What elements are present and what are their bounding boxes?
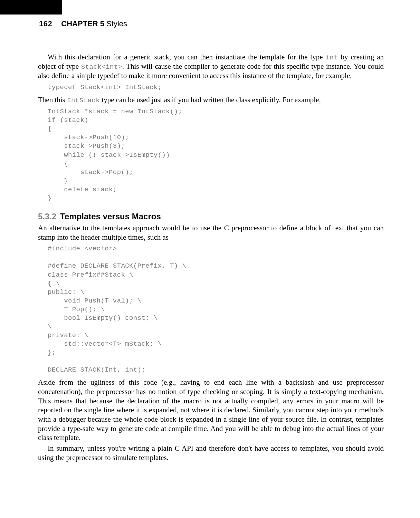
section-number: 5.3.2 [38,212,56,221]
text: type can be used just as if you had writ… [100,96,321,104]
text: With this declaration for a generic stac… [48,53,326,61]
page-number: 162 [39,19,52,28]
text: Then this [38,96,67,104]
chapter-title: Styles [106,19,127,28]
section-title: Templates versus Macros [60,212,161,221]
running-head: 162 CHAPTER 5 Styles [38,19,384,28]
paragraph-2: Then this IntStack type can be used just… [38,95,384,105]
paragraph-1: With this declaration for a generic stac… [38,52,384,80]
section-heading: 5.3.2 Templates versus Macros [38,212,384,221]
code-inline-stackint: Stack<int> [81,63,122,71]
paragraph-3: An alternative to the templates approach… [38,223,384,242]
code-inline-int: int [326,54,338,61]
page: 162 CHAPTER 5 Styles With this declarati… [0,0,420,518]
code-block-typedef: typedef Stack<int> IntStack; [48,83,384,92]
code-block-intstack: IntStack *stack = new IntStack(); if (st… [48,107,384,203]
code-inline-intstack: IntStack [67,97,100,104]
code-block-macro: #include <vector> #define DECLARE_STACK(… [48,244,384,374]
paragraph-5: In summary, unless you're writing a plai… [38,444,384,462]
chapter-label: CHAPTER 5 [61,19,104,28]
paragraph-4: Aside from the ugliness of this code (e.… [38,378,384,442]
header-tab [0,0,62,15]
